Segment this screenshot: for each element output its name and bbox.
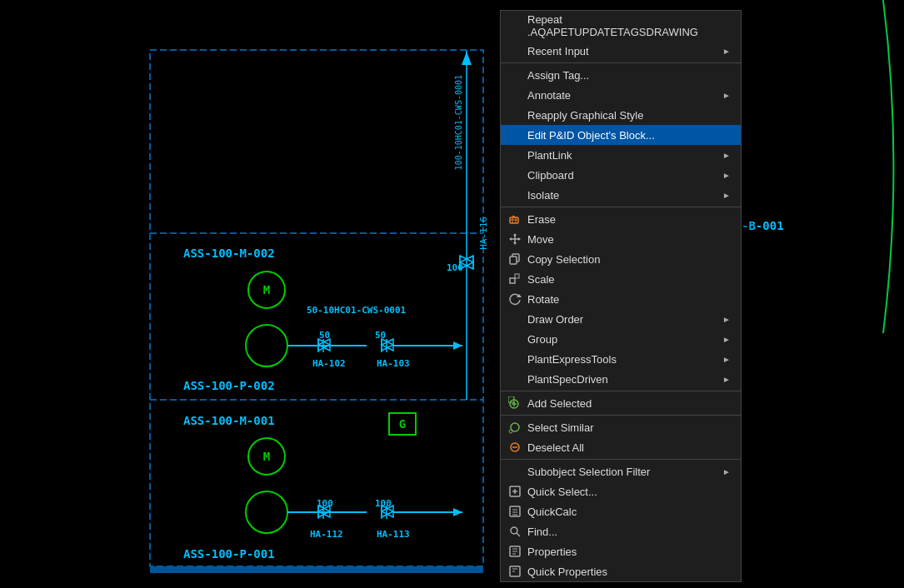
- separator-5: [501, 459, 741, 460]
- label-pipe100top: 100: [447, 262, 463, 273]
- menu-item-recentinput[interactable]: Recent Input ►: [501, 41, 741, 61]
- svg-marker-46: [513, 233, 517, 236]
- deselectall-icon: [507, 440, 522, 455]
- menu-item-properties-label: Properties: [527, 546, 731, 558]
- menu-item-selectsimilar-label: Select Similar: [527, 421, 731, 434]
- plantlink-icon: [507, 147, 522, 162]
- svg-line-71: [517, 533, 520, 536]
- menu-item-group[interactable]: Group ►: [501, 329, 741, 349]
- menu-item-subobjectfilter[interactable]: Subobject Selection Filter ►: [501, 461, 741, 481]
- svg-marker-30: [453, 508, 462, 516]
- label-ha116: HA-116: [478, 217, 489, 250]
- menu-item-rotate[interactable]: Rotate: [501, 289, 741, 309]
- menu-item-plantexpresstools[interactable]: PlantExpressTools ►: [501, 349, 741, 369]
- menu-item-quickselect-label: Quick Select...: [527, 486, 731, 498]
- svg-marker-48: [509, 237, 512, 241]
- plantlink-arrow: ►: [722, 151, 731, 160]
- menu-item-move-label: Move: [527, 233, 731, 246]
- menu-item-deselectall[interactable]: Deselect All: [501, 437, 741, 457]
- label-pipe50l: 50: [319, 330, 330, 341]
- copy-icon: [507, 252, 522, 267]
- scale-icon: [507, 272, 522, 287]
- label-ha102: HA-102: [312, 358, 346, 369]
- context-menu: Repeat .AQAPETUPDATETAGSDRAWING Recent I…: [500, 10, 742, 582]
- addselected-icon: [507, 396, 522, 411]
- selectsimilar-icon: [507, 420, 522, 435]
- menu-item-editblock-label: Edit P&ID Object's Block...: [527, 129, 731, 142]
- menu-item-draworder[interactable]: Draw Order ►: [501, 309, 741, 329]
- menu-item-copyselection[interactable]: Copy Selection: [501, 249, 741, 269]
- label-ass100m002: ASS-100-M-002: [183, 247, 275, 260]
- assigntag-icon: [507, 67, 522, 82]
- quickproperties-icon: [507, 564, 522, 579]
- menu-item-plantlink[interactable]: PlantLink ►: [501, 145, 741, 165]
- menu-item-deselectall-label: Deselect All: [527, 441, 731, 454]
- menu-item-properties[interactable]: Properties: [501, 541, 741, 561]
- separator-4: [501, 415, 741, 416]
- menu-item-scale[interactable]: Scale: [501, 269, 741, 289]
- annotate-arrow: ►: [722, 91, 731, 100]
- group-icon: [507, 331, 522, 346]
- repeat-icon: [507, 18, 522, 33]
- menu-item-editblock[interactable]: Edit P&ID Object's Block...: [501, 125, 741, 145]
- svg-text:G: G: [399, 417, 406, 431]
- menu-item-quickcalc[interactable]: QuickCalc: [501, 501, 741, 521]
- svg-marker-12: [382, 339, 393, 351]
- menu-item-isolate-label: Isolate: [527, 189, 722, 202]
- menu-item-group-label: Group: [527, 333, 722, 346]
- svg-marker-4: [462, 52, 472, 65]
- menu-item-move[interactable]: Move: [501, 229, 741, 249]
- menu-item-clipboard[interactable]: Clipboard ►: [501, 165, 741, 185]
- label-ha113: HA-113: [377, 529, 410, 540]
- menu-item-quickcalc-label: QuickCalc: [527, 506, 731, 518]
- svg-rect-39: [150, 566, 483, 573]
- svg-text:M: M: [263, 283, 270, 296]
- quickselect-icon: [507, 484, 522, 499]
- menu-item-find-label: Find...: [527, 526, 731, 538]
- menu-item-quickproperties[interactable]: Quick Properties: [501, 561, 741, 581]
- menu-item-find[interactable]: Find...: [501, 521, 741, 541]
- menu-item-selectsimilar[interactable]: Select Similar: [501, 417, 741, 437]
- label-ha103: HA-103: [377, 358, 410, 369]
- menu-item-annotate[interactable]: Annotate ►: [501, 85, 741, 105]
- cad-drawing: M M G: [0, 0, 904, 588]
- menu-item-isolate[interactable]: Isolate ►: [501, 185, 741, 205]
- menu-item-erase-label: Erase: [527, 213, 731, 226]
- svg-marker-49: [518, 237, 521, 241]
- label-ass100m001: ASS-100-M-001: [183, 414, 275, 427]
- menu-item-erase[interactable]: Erase: [501, 209, 741, 229]
- menu-item-addselected[interactable]: Add Selected: [501, 393, 741, 413]
- menu-item-plantspecdriven[interactable]: PlantSpecDriven ►: [501, 369, 741, 389]
- label-ass100p001: ASS-100-P-001: [183, 547, 275, 561]
- properties-icon: [507, 544, 522, 559]
- plantexpresstools-arrow: ►: [722, 355, 731, 364]
- annotate-icon: [507, 87, 522, 102]
- menu-item-quickproperties-label: Quick Properties: [527, 566, 731, 578]
- separator-2: [501, 207, 741, 207]
- svg-text:M: M: [263, 450, 270, 463]
- move-icon: [507, 232, 522, 247]
- menu-item-addselected-label: Add Selected: [527, 397, 731, 410]
- rotate-icon: [507, 292, 522, 306]
- menu-item-plantlink-label: PlantLink: [527, 149, 722, 162]
- menu-item-clipboard-label: Clipboard: [527, 169, 722, 182]
- menu-item-repeat[interactable]: Repeat .AQAPETUPDATETAGSDRAWING: [501, 11, 741, 41]
- draworder-icon: [507, 311, 522, 326]
- svg-point-60: [509, 430, 512, 433]
- label-ha112: HA-112: [310, 529, 343, 540]
- menu-item-reapply[interactable]: Reapply Graphical Style: [501, 105, 741, 125]
- reapply-icon: [507, 107, 522, 122]
- svg-point-23: [246, 491, 287, 533]
- menu-item-quickselect[interactable]: Quick Select...: [501, 481, 741, 501]
- menu-item-copyselection-label: Copy Selection: [527, 253, 731, 266]
- svg-point-70: [511, 527, 517, 534]
- clipboard-icon: [507, 167, 522, 182]
- menu-item-subobjectfilter-label: Subobject Selection Filter: [527, 466, 722, 478]
- isolate-icon: [507, 187, 522, 202]
- menu-item-draworder-label: Draw Order: [527, 313, 722, 326]
- plantexpresstools-icon: [507, 351, 522, 366]
- menu-item-assigntag[interactable]: Assign Tag...: [501, 65, 741, 85]
- cad-canvas: M M G: [0, 0, 904, 588]
- erase-icon: [507, 212, 522, 227]
- plantspecdriven-arrow: ►: [722, 375, 731, 384]
